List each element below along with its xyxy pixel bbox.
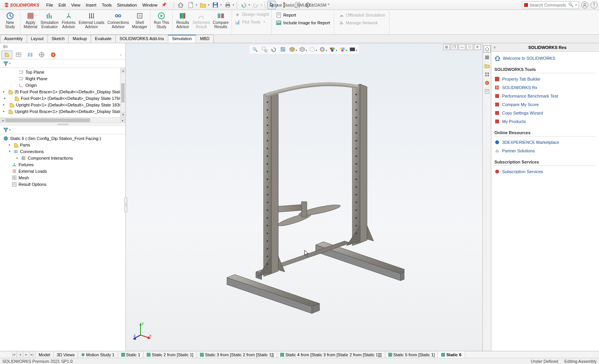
- sim-fixtures[interactable]: Fixtures: [0, 161, 125, 168]
- btab-static5[interactable]: Static 5 from [Static 1]: [385, 351, 438, 358]
- simulation-tree[interactable]: Static 6 (-Sim Config_Dip Station_Front …: [0, 134, 125, 351]
- taskpane-tab-file-explorer[interactable]: [484, 62, 491, 69]
- open-button[interactable]: [199, 1, 207, 9]
- view-orient-icon[interactable]: [288, 46, 296, 53]
- tree-upright-post[interactable]: ▸Upright Post<1> (Default<<Default>_Disp…: [0, 101, 125, 108]
- new-button[interactable]: [186, 1, 195, 9]
- fm-tab-tree[interactable]: [2, 51, 12, 59]
- new-study-button[interactable]: NewStudy: [2, 11, 19, 34]
- win-split-icon[interactable]: ⊞: [443, 44, 450, 50]
- btab-static2[interactable]: Static 2 from [Static 1]: [144, 351, 197, 358]
- external-loads-advisor-button[interactable]: External LoadsAdvisor: [77, 11, 106, 34]
- tree-top-plane[interactable]: Top Plane: [0, 69, 125, 75]
- btab-motion[interactable]: Motion Study 1: [78, 351, 118, 358]
- simulation-evaluator-button[interactable]: SimulationEvaluator: [39, 11, 60, 34]
- graphics-area[interactable]: ⋮ 🔍 ▾ ▾ ▾ ▾ ▾ ▾ ▾ ⊞ ❐ — □ ✕: [126, 43, 482, 351]
- fm-tab-property[interactable]: [13, 51, 24, 59]
- link-copy-settings[interactable]: Copy Settings Wizard: [494, 109, 596, 117]
- taskpane-tab-design-lib[interactable]: [484, 54, 491, 61]
- search-commands-input[interactable]: [530, 3, 568, 7]
- connections-advisor-button[interactable]: ConnectionsAdvisor: [106, 11, 130, 34]
- pin-icon[interactable]: 📌: [161, 2, 167, 7]
- taskpane-tab-appearances[interactable]: [484, 79, 491, 86]
- tab-layout[interactable]: Layout: [27, 35, 48, 43]
- apply-material-button[interactable]: ApplyMaterial: [22, 11, 39, 34]
- sim-connections[interactable]: ▾Connections: [0, 148, 125, 155]
- tab-evaluate[interactable]: Evaluate: [91, 35, 116, 43]
- help-button[interactable]: ?: [591, 2, 597, 8]
- fixtures-advisor-button[interactable]: FixturesAdvisor: [60, 11, 77, 34]
- link-welcome[interactable]: Welcome to SOLIDWORKS: [494, 54, 596, 62]
- btab-3dviews[interactable]: 3D Views: [54, 351, 78, 358]
- win-maximize-icon[interactable]: □: [466, 44, 473, 50]
- view-triad[interactable]: y x z: [133, 322, 152, 341]
- btab-static6[interactable]: Static 6: [438, 351, 465, 358]
- taskpane-tab-custom-props[interactable]: [484, 88, 491, 95]
- login-button[interactable]: [581, 2, 588, 8]
- undo-button[interactable]: [239, 1, 248, 9]
- fm-tab-display[interactable]: [48, 51, 59, 59]
- tree-right-plane[interactable]: Right Plane: [0, 75, 125, 82]
- search-commands-box[interactable]: 🔍 ▾: [522, 1, 579, 9]
- btab-static1[interactable]: Static 1: [118, 351, 144, 358]
- sim-parts[interactable]: ▸Parts: [0, 142, 125, 148]
- report-button[interactable]: Report: [275, 12, 331, 19]
- feature-tree[interactable]: Top Plane Right Plane Origin ▸(f) Foot P…: [0, 68, 125, 117]
- link-my-products[interactable]: My Products: [494, 117, 596, 126]
- search-icon[interactable]: 🔍: [568, 2, 574, 7]
- apply-scene-icon[interactable]: [328, 46, 337, 53]
- compare-results-button[interactable]: CompareResults: [211, 11, 230, 34]
- link-3dexperience[interactable]: 3DEXPERIENCE Marketplace: [494, 138, 596, 147]
- sim-result-options[interactable]: Result Options: [0, 181, 125, 187]
- shell-manager-button[interactable]: ShellManager: [130, 11, 149, 34]
- print-button[interactable]: [223, 1, 232, 9]
- link-property-tab-builder[interactable]: Property Tab Builder: [494, 75, 596, 83]
- tab-mbd[interactable]: MBD: [196, 35, 213, 43]
- menu-tools[interactable]: Tools: [100, 2, 114, 8]
- sim-mesh[interactable]: Mesh: [0, 174, 125, 181]
- render-tools-icon[interactable]: [348, 46, 357, 53]
- tree-foot-post-brace[interactable]: ▸(f) Foot Post Brace<1> (Default<<Defaul…: [0, 88, 125, 95]
- graphics-splitter-handle[interactable]: ⋮: [124, 197, 127, 212]
- link-subscription[interactable]: Subscription Services: [494, 167, 596, 176]
- taskpane-tab-view-palette[interactable]: [484, 71, 491, 78]
- tree-upright-post-brace[interactable]: ▸Upright Post Brace<1> (Default<<Default…: [0, 108, 125, 115]
- bottom-nav-buttons[interactable]: |◂◂▸▸|: [11, 351, 36, 358]
- sim-component-interactions[interactable]: ▸Component Interactions: [0, 155, 125, 161]
- link-solidworks-rx[interactable]: RxSOLIDWORKS Rx: [494, 83, 596, 92]
- menu-view[interactable]: View: [69, 2, 83, 8]
- sim-filter-bar[interactable]: ▾: [0, 126, 125, 134]
- btab-static4[interactable]: Static 4 from [Static 3 from [Static 2 f…: [277, 351, 385, 358]
- fm-vscrollbar[interactable]: ▴▾: [120, 68, 125, 117]
- tree-origin[interactable]: Origin: [0, 82, 125, 88]
- view-settings-icon[interactable]: [338, 46, 347, 53]
- redo-button[interactable]: [252, 1, 260, 9]
- taskpane-tab-home[interactable]: [484, 46, 491, 52]
- taskpane-collapse-icon[interactable]: «: [494, 45, 496, 49]
- fm-expand-icon[interactable]: ›: [118, 52, 124, 57]
- fm-tab-dimxpert[interactable]: [36, 51, 47, 59]
- run-study-button[interactable]: Run ThisStudy: [152, 11, 171, 34]
- fm-tab-config[interactable]: [25, 51, 36, 59]
- home-button[interactable]: [176, 1, 185, 9]
- win-close-icon[interactable]: ✕: [474, 44, 481, 50]
- fm-hscrollbar[interactable]: ◂▸: [0, 117, 125, 123]
- previous-view-icon[interactable]: [269, 46, 278, 53]
- tab-addins[interactable]: SOLIDWORKS Add-Ins: [115, 35, 168, 43]
- save-button[interactable]: [211, 1, 220, 9]
- win-minimize-icon[interactable]: —: [459, 44, 465, 50]
- link-benchmark[interactable]: Performance Benchmark Test: [494, 92, 596, 100]
- link-compare-score[interactable]: Compare My Score: [494, 100, 596, 109]
- link-partner[interactable]: Partner Solutions: [494, 147, 596, 155]
- btab-model[interactable]: Model: [36, 351, 54, 358]
- edit-appearance-icon[interactable]: [318, 46, 327, 53]
- fm-filter-bar[interactable]: ▾: [0, 59, 125, 68]
- hide-show-icon[interactable]: [308, 46, 316, 53]
- section-view-icon[interactable]: [279, 46, 287, 53]
- display-style-icon[interactable]: [298, 46, 306, 53]
- menu-file[interactable]: File: [44, 2, 56, 8]
- menu-window[interactable]: Window: [140, 2, 160, 8]
- menu-edit[interactable]: Edit: [56, 2, 68, 8]
- fm-splitter[interactable]: [0, 123, 125, 126]
- menu-insert[interactable]: Insert: [83, 2, 99, 8]
